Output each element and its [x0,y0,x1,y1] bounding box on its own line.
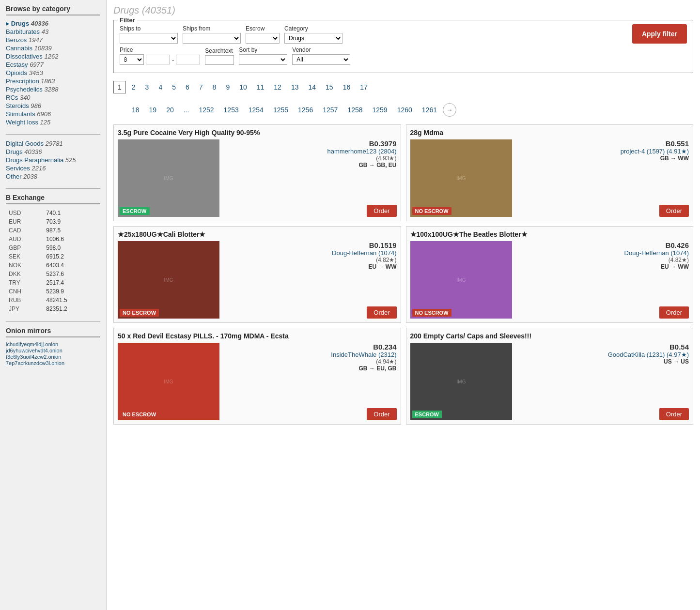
order-button[interactable]: Order [659,408,689,420]
product-image: IMG ESCROW [118,139,219,217]
page-link-1252[interactable]: 1252 [195,104,218,116]
sidebar-item-stimulants[interactable]: Stimulants 6906 [6,110,100,118]
sidebar-secondary-other[interactable]: Other 2038 [6,172,100,181]
page-link-7[interactable]: 7 [195,81,207,93]
vendor-link[interactable]: Doug-Heffernan (1074) [224,249,397,257]
price-max-input[interactable] [176,55,200,64]
vendor-link[interactable]: InsideTheWhale (2312) [224,351,397,358]
page-link-18[interactable]: 18 [128,104,143,116]
product-title: ★25x180UG★Cali Blotter★ [118,230,397,238]
escrow-select[interactable] [246,33,280,44]
product-body: IMG NO ESCROW B0.426 Doug-Heffernan (107… [410,241,689,319]
page-link-10[interactable]: 10 [235,81,251,93]
page-link-9[interactable]: 9 [222,81,233,93]
sortby-label: Sort by [239,46,287,53]
product-info: B0.3979 hammerhome123 (2804)(4.93★) GB →… [224,139,397,217]
next-page-arrow[interactable]: → [443,103,456,117]
sidebar-item-benzos[interactable]: Benzos 1947 [6,36,100,44]
page-link-12[interactable]: 12 [270,81,285,93]
page-link-2[interactable]: 2 [128,81,140,93]
price-min-input[interactable] [146,55,170,64]
page-link-3[interactable]: 3 [141,81,153,93]
product-image: IMG NO ESCROW [118,343,219,420]
product-rating: (4.82★) [224,257,397,263]
sidebar-secondary-digital-goods[interactable]: Digital Goods 29781 [6,139,100,148]
page-link-1256[interactable]: 1256 [294,104,317,116]
svg-text:IMG: IMG [164,379,173,384]
sidebar-item-steroids[interactable]: Steroids 986 [6,102,100,110]
page-link-20[interactable]: 20 [162,104,178,116]
page-link-1260[interactable]: 1260 [393,104,416,116]
page-link-6[interactable]: 6 [182,81,193,93]
searchtext-input[interactable] [205,55,234,65]
order-button[interactable]: Order [367,408,396,420]
page-link-13[interactable]: 13 [287,81,303,93]
page-link-8[interactable]: 8 [209,81,220,93]
product-shipping: GB → WW [517,155,689,162]
exchange-row-jpy: JPY82351.2 [7,305,99,313]
page-link-1254[interactable]: 1254 [245,104,267,116]
sidebar-item-drugs[interactable]: ▸ Drugs 40336 [6,19,100,28]
vendor-select[interactable]: All [292,54,350,65]
sidebar-item-cannabis[interactable]: Cannabis 10839 [6,44,100,52]
onion-link[interactable]: jd6yhuwcivehvdt4.onion [6,348,100,353]
sidebar-secondary-services[interactable]: Services 2216 [6,164,100,172]
sidebar-secondary-drugs-paraphernalia[interactable]: Drugs Paraphernalia 525 [6,156,100,164]
ships-to-group: Ships to [120,25,178,44]
sidebar-item-ecstasy[interactable]: Ecstasy 6977 [6,61,100,69]
page-link-1[interactable]: 1 [113,81,126,93]
page-link-11[interactable]: 11 [253,81,268,93]
onion-link[interactable]: 7ep7acrkunzdcw3l.onion [6,360,100,366]
page-link-4[interactable]: 4 [155,81,166,93]
product-title: 3.5g Pure Cocaine Very High Quality 90-9… [118,129,397,137]
sidebar-item-rcs[interactable]: RCs 340 [6,93,100,102]
sidebar-secondary-drugs[interactable]: Drugs 40336 [6,148,100,156]
page-link-1253[interactable]: 1253 [220,104,243,116]
filter-legend: Filter [118,16,137,24]
sidebar-item-psychedelics[interactable]: Psychedelics 3288 [6,85,100,93]
vendor-link[interactable]: hammerhome123 (2804) [224,148,397,155]
vendor-link[interactable]: project-4 (1597) (4.91★) [517,148,689,155]
onion-link[interactable]: lchudifyeqm4ldjj.onion [6,341,100,347]
order-button[interactable]: Order [367,205,396,217]
product-price: B0.551 [517,139,689,148]
page-link-17[interactable]: 17 [356,81,372,93]
vendor-group: Vendor All [292,46,350,65]
price-currency-select[interactable]: ₿ [120,54,144,65]
page-link-19[interactable]: 19 [145,104,161,116]
ships-from-select[interactable] [183,33,241,44]
page-link-1257[interactable]: 1257 [319,104,342,116]
page-link-5[interactable]: 5 [168,81,180,93]
page-link-1261[interactable]: 1261 [418,104,441,116]
page-link-1255[interactable]: 1255 [269,104,292,116]
product-shipping: EU → WW [224,263,397,270]
onion-link[interactable]: t3e6ly3uoif4zcw2.onion [6,354,100,360]
page-link-16[interactable]: 16 [339,81,355,93]
sidebar-item-opioids[interactable]: Opioids 3453 [6,69,100,77]
page-link-14[interactable]: 14 [304,81,320,93]
category-select[interactable]: Drugs [284,33,342,44]
product-title: 50 x Red Devil Ecstasy PILLS. - 170mg MD… [118,332,397,340]
ships-to-select[interactable] [120,33,178,44]
order-button[interactable]: Order [659,306,689,319]
sidebar-item-dissociatives[interactable]: Dissociatives 1262 [6,52,100,61]
sidebar-item-barbiturates[interactable]: Barbiturates 43 [6,28,100,36]
page-link-1258[interactable]: 1258 [343,104,366,116]
apply-filter-button[interactable]: Apply filter [632,24,687,44]
page-link-15[interactable]: 15 [322,81,337,93]
exchange-row-nok: NOK6403.4 [7,261,99,269]
vendor-label: Vendor [292,46,350,53]
page-link-1259[interactable]: 1259 [369,104,391,116]
vendor-link[interactable]: GoodCatKilla (1231) (4.97★) [517,351,689,358]
sidebar-item-weight-loss[interactable]: Weight loss 125 [6,118,100,126]
filter-box: Filter Ships to Ships from Escrow Catego… [113,20,693,73]
order-button[interactable]: Order [367,306,396,319]
exchange-row-try: TRY2517.4 [7,279,99,287]
searchtext-label: Searchtext [205,47,234,54]
order-button[interactable]: Order [659,205,689,217]
product-title: ★100x100UG★The Beatles Blotter★ [410,230,689,238]
vendor-link[interactable]: Doug-Heffernan (1074) [517,249,689,257]
exchange-row-cnh: CNH5239.9 [7,288,99,295]
sortby-select[interactable] [239,54,287,65]
sidebar-item-prescription[interactable]: Prescription 1863 [6,77,100,85]
